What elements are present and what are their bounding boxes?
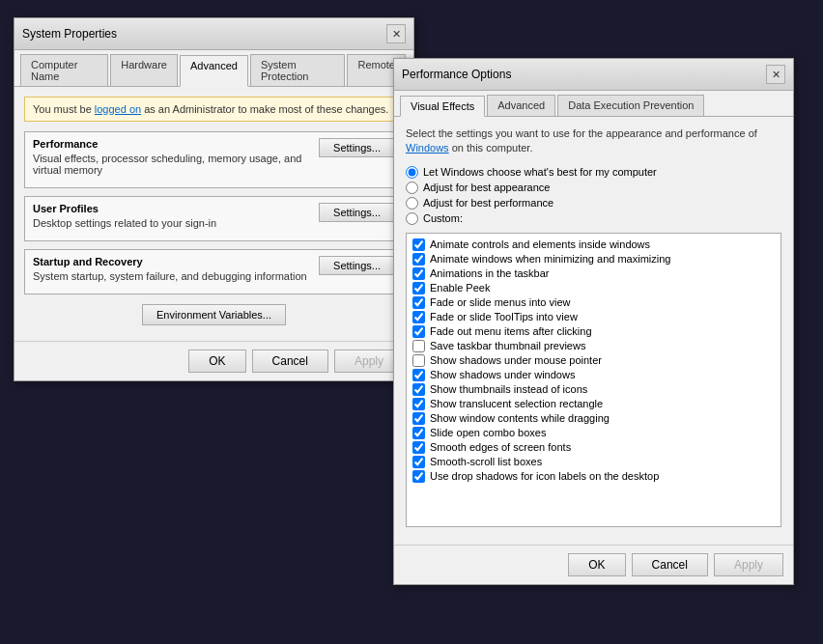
- sys-window-title: System Properties: [22, 27, 117, 41]
- list-item[interactable]: Smooth edges of screen fonts: [412, 440, 775, 455]
- perf-window-title: Performance Options: [402, 68, 511, 81]
- list-item[interactable]: Fade out menu items after clicking: [412, 324, 775, 339]
- tab-visual-effects[interactable]: Visual Effects: [400, 96, 485, 117]
- checkbox-7[interactable]: [412, 340, 425, 352]
- startup-settings-button[interactable]: Settings...: [319, 256, 395, 275]
- radio-let-windows[interactable]: Let Windows choose what's best for my co…: [406, 166, 781, 179]
- tab-data-execution-prevention[interactable]: Data Execution Prevention: [557, 95, 704, 116]
- radio-custom-label: Custom:: [423, 212, 463, 224]
- checkbox-10[interactable]: [412, 383, 425, 396]
- checkbox-label-5: Fade or slide ToolTips into view: [430, 311, 578, 322]
- notice-text: You must be logged on as an Administrato…: [33, 103, 388, 115]
- performance-section: Settings... Performance Visual effects, …: [24, 131, 404, 188]
- checkbox-label-9: Show shadows under windows: [430, 369, 575, 380]
- checkbox-label-11: Show translucent selection rectangle: [430, 398, 603, 409]
- checkbox-0[interactable]: [412, 238, 425, 251]
- sys-close-button[interactable]: ✕: [386, 24, 406, 43]
- checkbox-2[interactable]: [412, 267, 425, 280]
- system-properties-window: System Properties ✕ Computer Name Hardwa…: [14, 17, 414, 381]
- tab-advanced-perf[interactable]: Advanced: [487, 95, 555, 116]
- sys-titlebar: System Properties ✕: [14, 18, 413, 50]
- admin-notice: You must be logged on as an Administrato…: [24, 97, 404, 122]
- tab-advanced[interactable]: Advanced: [180, 55, 248, 87]
- checkbox-15[interactable]: [412, 456, 425, 468]
- checkbox-3[interactable]: [412, 282, 425, 294]
- checkbox-label-2: Animations in the taskbar: [430, 267, 550, 279]
- radio-best-performance-input[interactable]: [406, 197, 418, 210]
- sys-tabs: Computer Name Hardware Advanced System P…: [14, 50, 413, 87]
- perf-close-button[interactable]: ✕: [766, 65, 785, 84]
- radio-best-appearance[interactable]: Adjust for best appearance: [406, 182, 781, 194]
- checkbox-label-14: Smooth edges of screen fonts: [430, 441, 571, 453]
- checkbox-9[interactable]: [412, 369, 425, 381]
- checkbox-label-8: Show shadows under mouse pointer: [430, 354, 602, 366]
- tab-computer-name[interactable]: Computer Name: [20, 54, 108, 86]
- list-item[interactable]: Use drop shadows for icon labels on the …: [412, 469, 775, 484]
- checkbox-11[interactable]: [412, 398, 425, 410]
- checkbox-label-7: Save taskbar thumbnail previews: [430, 340, 585, 351]
- radio-let-windows-label: Let Windows choose what's best for my co…: [423, 166, 657, 178]
- list-item[interactable]: Enable Peek: [412, 281, 775, 295]
- user-profiles-section: Settings... User Profiles Desktop settin…: [24, 196, 404, 241]
- list-item[interactable]: Slide open combo boxes: [412, 426, 775, 440]
- checkbox-8[interactable]: [412, 354, 425, 367]
- radio-best-performance-label: Adjust for best performance: [423, 197, 553, 209]
- list-item[interactable]: Show window contents while dragging: [412, 411, 775, 426]
- performance-settings-button[interactable]: Settings...: [319, 138, 395, 157]
- perf-titlebar: Performance Options ✕: [394, 59, 793, 91]
- radio-best-performance[interactable]: Adjust for best performance: [406, 197, 781, 210]
- checkbox-16[interactable]: [412, 470, 425, 483]
- environment-variables-button[interactable]: Environment Variables...: [142, 304, 286, 325]
- checkbox-12[interactable]: [412, 412, 425, 425]
- list-item[interactable]: Fade or slide menus into view: [412, 295, 775, 310]
- checkbox-label-16: Use drop shadows for icon labels on the …: [430, 470, 659, 482]
- sys-ok-button[interactable]: OK: [188, 350, 245, 373]
- tab-hardware[interactable]: Hardware: [110, 54, 178, 86]
- sys-footer: OK Cancel Apply: [14, 341, 413, 380]
- list-item[interactable]: Show shadows under mouse pointer: [412, 353, 775, 368]
- list-item[interactable]: Animate windows when minimizing and maxi…: [412, 252, 775, 266]
- checkbox-label-6: Fade out menu items after clicking: [430, 325, 592, 337]
- list-item[interactable]: Show thumbnails instead of icons: [412, 382, 775, 397]
- checkbox-5[interactable]: [412, 311, 425, 323]
- radio-best-appearance-label: Adjust for best appearance: [423, 182, 550, 193]
- perf-desc-text3: on this computer.: [449, 142, 533, 154]
- checkbox-4[interactable]: [412, 296, 425, 309]
- list-item[interactable]: Fade or slide ToolTips into view: [412, 310, 775, 324]
- radio-group: Let Windows choose what's best for my co…: [406, 166, 781, 225]
- startup-section: Settings... Startup and Recovery System …: [24, 249, 404, 294]
- windows-link[interactable]: Windows: [406, 142, 449, 154]
- checkbox-13[interactable]: [412, 427, 425, 439]
- perf-tabs: Visual Effects Advanced Data Execution P…: [394, 91, 793, 117]
- visual-effects-list[interactable]: Animate controls and elements inside win…: [406, 233, 781, 527]
- radio-custom-input[interactable]: [406, 212, 418, 225]
- perf-desc-text1: Select the settings you want to use for …: [406, 127, 757, 139]
- checkbox-6[interactable]: [412, 325, 425, 338]
- user-profiles-settings-button[interactable]: Settings...: [319, 203, 395, 222]
- perf-cancel-button[interactable]: Cancel: [632, 553, 708, 576]
- tab-system-protection[interactable]: System Protection: [250, 54, 346, 86]
- sys-cancel-button[interactable]: Cancel: [252, 350, 328, 373]
- checkbox-label-3: Enable Peek: [430, 282, 490, 294]
- list-item[interactable]: Show shadows under windows: [412, 368, 775, 382]
- radio-custom[interactable]: Custom:: [406, 212, 781, 225]
- list-item[interactable]: Smooth-scroll list boxes: [412, 455, 775, 469]
- perf-footer: OK Cancel Apply: [394, 545, 793, 584]
- list-item[interactable]: Save taskbar thumbnail previews: [412, 339, 775, 353]
- perf-content: Select the settings you want to use for …: [394, 117, 793, 545]
- perf-ok-button[interactable]: OK: [568, 553, 625, 576]
- radio-best-appearance-input[interactable]: [406, 182, 418, 194]
- checkbox-label-1: Animate windows when minimizing and maxi…: [430, 253, 670, 265]
- logged-on-link[interactable]: logged on: [95, 103, 141, 115]
- list-item[interactable]: Show translucent selection rectangle: [412, 397, 775, 411]
- checkbox-label-4: Fade or slide menus into view: [430, 296, 571, 308]
- checkbox-label-12: Show window contents while dragging: [430, 412, 610, 424]
- checkbox-label-0: Animate controls and elements inside win…: [430, 238, 650, 250]
- checkbox-1[interactable]: [412, 253, 425, 266]
- perf-description: Select the settings you want to use for …: [406, 126, 781, 156]
- list-item[interactable]: Animations in the taskbar: [412, 266, 775, 281]
- checkbox-14[interactable]: [412, 441, 425, 454]
- list-item[interactable]: Animate controls and elements inside win…: [412, 238, 775, 252]
- radio-let-windows-input[interactable]: [406, 166, 418, 179]
- perf-apply-button[interactable]: Apply: [714, 553, 783, 576]
